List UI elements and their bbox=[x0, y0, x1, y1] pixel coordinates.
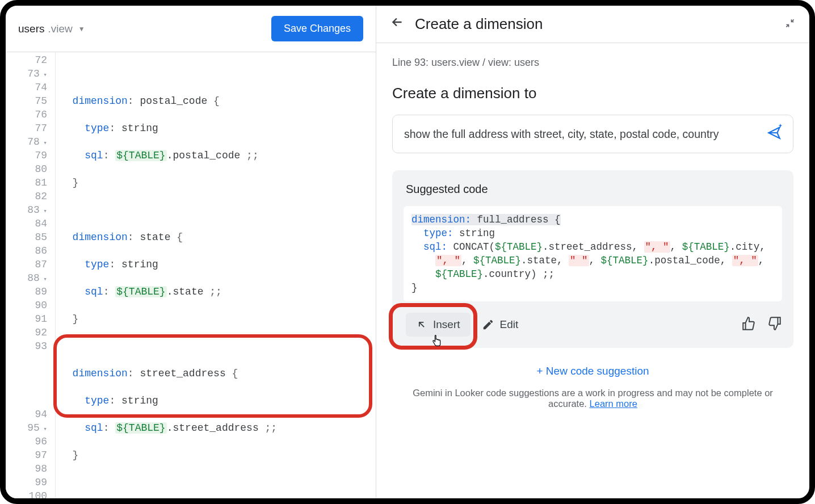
insert-button[interactable]: Insert bbox=[406, 313, 470, 337]
learn-more-link[interactable]: Learn more bbox=[590, 398, 637, 409]
pencil-icon bbox=[482, 318, 494, 331]
prompt-text[interactable]: show the full address with street, city,… bbox=[404, 128, 759, 141]
disclaimer-text: Gemini in Looker code suggestions are a … bbox=[392, 388, 793, 409]
new-suggestion-link[interactable]: + New code suggestion bbox=[392, 365, 793, 377]
chevron-down-icon: ▼ bbox=[78, 25, 85, 33]
panel-title: Create a dimension bbox=[415, 15, 774, 33]
prompt-input[interactable]: show the full address with street, city,… bbox=[392, 115, 793, 153]
suggestion-title: Suggested code bbox=[404, 183, 782, 196]
suggestion-card: Suggested code dimension: full_address {… bbox=[392, 170, 793, 348]
line-gutter: 72 73 74 75 76 77 78 79 80 81 82 83 84 8… bbox=[6, 52, 56, 498]
ai-header: Create a dimension bbox=[376, 6, 809, 43]
file-ext: .view bbox=[48, 23, 72, 35]
save-button[interactable]: Save Changes bbox=[271, 16, 363, 41]
cursor-pointer-icon bbox=[431, 334, 442, 351]
thumbs-up-button[interactable] bbox=[741, 316, 756, 333]
edit-button[interactable]: Edit bbox=[482, 318, 519, 331]
send-button[interactable] bbox=[767, 125, 782, 142]
suggested-code: dimension: full_address { type: string s… bbox=[404, 206, 782, 301]
code-content[interactable]: dimension: postal_code { type: string sq… bbox=[56, 52, 376, 498]
code-editor-panel: users.view ▼ Save Changes 72 73 74 75 76… bbox=[6, 6, 376, 498]
back-arrow-icon[interactable] bbox=[390, 15, 405, 33]
insert-arrow-icon bbox=[416, 319, 427, 330]
file-name: users bbox=[18, 23, 44, 35]
prompt-heading: Create a dimension to bbox=[392, 85, 793, 102]
code-area[interactable]: 72 73 74 75 76 77 78 79 80 81 82 83 84 8… bbox=[6, 52, 376, 498]
collapse-icon[interactable] bbox=[784, 18, 796, 31]
ai-assistant-panel: Create a dimension Line 93: users.view /… bbox=[376, 6, 809, 498]
thumbs-down-button[interactable] bbox=[767, 316, 782, 333]
breadcrumb: Line 93: users.view / view: users bbox=[392, 57, 793, 69]
file-tab[interactable]: users.view ▼ bbox=[18, 23, 85, 35]
editor-header: users.view ▼ Save Changes bbox=[6, 6, 376, 52]
action-row: Insert Edit bbox=[404, 313, 782, 337]
